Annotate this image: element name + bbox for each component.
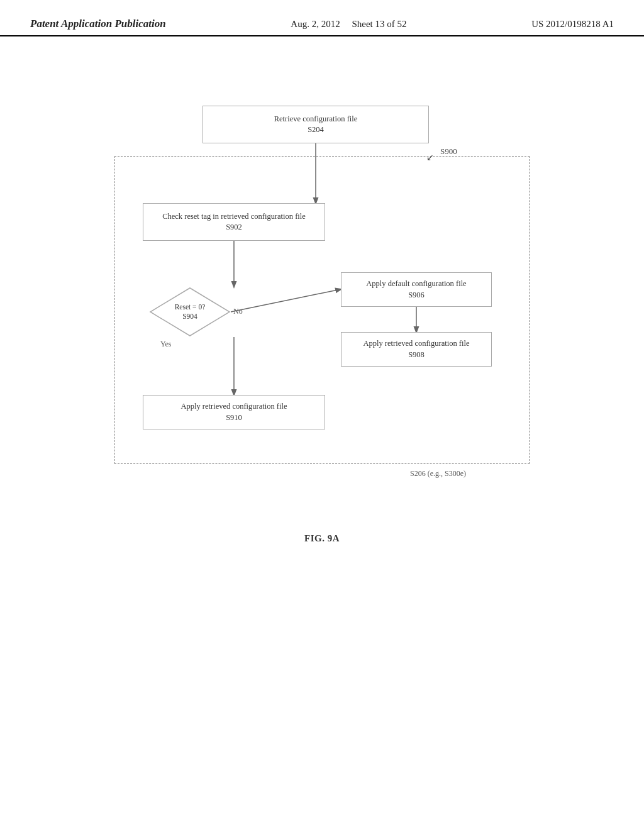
box-s908-line2: S908	[408, 350, 425, 361]
box-s906: Apply default configuration file S906	[341, 272, 492, 307]
box-s902: Check reset tag in retrieved configurati…	[143, 203, 325, 241]
diamond-s904-line1: Reset = 0?	[175, 303, 206, 311]
header-date-sheet: Aug. 2, 2012 Sheet 13 of 52	[291, 18, 406, 30]
page-header: Patent Application Publication Aug. 2, 2…	[0, 0, 644, 36]
yes-label: Yes	[160, 340, 171, 349]
main-content: ↙ S900 Retrieve configuration file S204 …	[0, 36, 644, 544]
s206-label: S206 (e.g., S300e)	[410, 469, 466, 479]
box-s902-line2: S902	[226, 222, 242, 233]
box-s204-line2: S204	[308, 124, 324, 136]
no-label: No	[233, 307, 243, 316]
box-s204: Retrieve configuration file S204	[203, 106, 429, 143]
diamond-s904-line2: S904	[182, 313, 197, 320]
box-s908: Apply retrieved configuration file S908	[341, 332, 492, 367]
publication-title: Patent Application Publication	[30, 18, 166, 30]
box-s910-line2: S910	[226, 412, 242, 424]
header-sheet: Sheet 13 of 52	[352, 19, 406, 29]
box-s902-line1: Check reset tag in retrieved configurati…	[162, 211, 306, 223]
s900-label: S900	[440, 147, 457, 157]
box-s906-line1: Apply default configuration file	[366, 279, 466, 290]
figure-label: FIG. 9A	[304, 533, 340, 544]
box-s908-line1: Apply retrieved configuration file	[363, 338, 469, 350]
patent-number: US 2012/0198218 A1	[531, 18, 614, 30]
flowchart: ↙ S900 Retrieve configuration file S204 …	[102, 87, 542, 514]
box-s906-line2: S906	[408, 290, 425, 301]
header-date: Aug. 2, 2012	[291, 19, 340, 29]
box-s910: Apply retrieved configuration file S910	[143, 395, 325, 429]
box-s204-line1: Retrieve configuration file	[274, 114, 358, 125]
box-s910-line1: Apply retrieved configuration file	[180, 401, 287, 412]
s900-arrow: ↙	[426, 152, 434, 163]
